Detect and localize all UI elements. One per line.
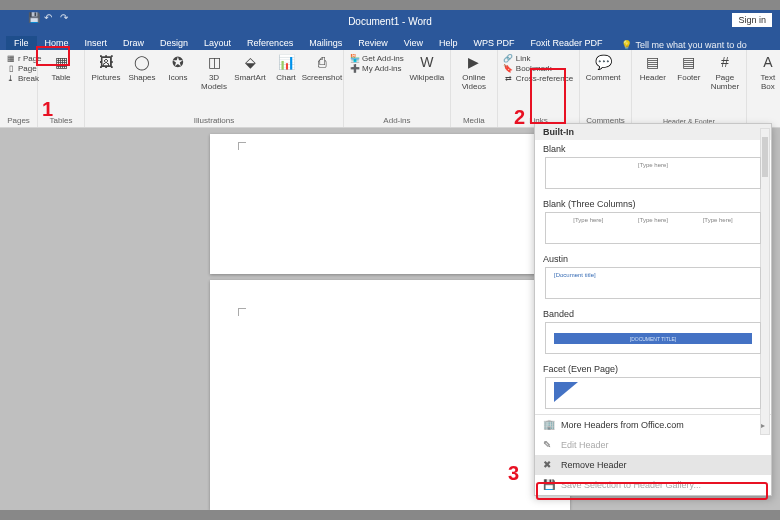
- tab-draw[interactable]: Draw: [115, 36, 152, 50]
- tab-review[interactable]: Review: [350, 36, 396, 50]
- tab-layout[interactable]: Layout: [196, 36, 239, 50]
- title-bar: 💾 ↶ ↷ Document1 - Word Sign in: [0, 10, 780, 32]
- smartart-button[interactable]: ⬙SmartArt: [235, 54, 265, 83]
- dropdown-section-header: Built-In: [535, 124, 771, 140]
- ribbon-tabs: File Home Insert Draw Design Layout Refe…: [0, 32, 780, 50]
- smartart-icon: ⬙: [241, 54, 259, 72]
- document-title: Document1 - Word: [348, 16, 432, 27]
- shapes-icon: ◯: [133, 54, 151, 72]
- my-addins-button[interactable]: ➕My Add-ins: [350, 64, 404, 73]
- icons-icon: ✪: [169, 54, 187, 72]
- annotation-number-1: 1: [42, 98, 53, 121]
- quick-access-toolbar: 💾 ↶ ↷: [28, 12, 70, 22]
- comment-icon: 💬: [594, 54, 612, 72]
- dropdown-scrollbar[interactable]: [760, 140, 770, 414]
- save-icon[interactable]: 💾: [28, 12, 38, 22]
- edit-header-button[interactable]: ✎Edit Header: [535, 435, 771, 455]
- sign-in-button[interactable]: Sign in: [732, 13, 772, 27]
- cover-page-button[interactable]: ▦r Page: [6, 54, 42, 63]
- edit-icon: ✎: [543, 439, 555, 451]
- header-option-austin[interactable]: Austin [Document title]: [535, 250, 771, 305]
- online-videos-button[interactable]: ▶Online Videos: [457, 54, 491, 92]
- chart-icon: 📊: [277, 54, 295, 72]
- cube-icon: ◫: [205, 54, 223, 72]
- chevron-right-icon: ▸: [761, 421, 765, 430]
- tab-file[interactable]: File: [6, 36, 37, 50]
- tab-design[interactable]: Design: [152, 36, 196, 50]
- pages-group-items: ▦r Page ▯Page ⤓Break: [6, 54, 42, 83]
- chart-button[interactable]: 📊Chart: [271, 54, 301, 83]
- annotation-number-3: 3: [508, 462, 519, 485]
- redo-icon[interactable]: ↷: [60, 12, 70, 22]
- remove-header-button[interactable]: ✖Remove Header: [535, 455, 771, 475]
- tab-home[interactable]: Home: [37, 36, 77, 50]
- shapes-button[interactable]: ◯Shapes: [127, 54, 157, 83]
- page-number-icon: #: [716, 54, 734, 72]
- video-icon: ▶: [465, 54, 483, 72]
- cross-reference-button[interactable]: ⇄Cross-reference: [504, 74, 573, 83]
- tab-wps-pdf[interactable]: WPS PDF: [466, 36, 523, 50]
- header-icon: ▤: [644, 54, 662, 72]
- comment-button[interactable]: 💬Comment: [586, 54, 620, 83]
- text-box-button[interactable]: AText Box: [753, 54, 780, 92]
- tab-insert[interactable]: Insert: [77, 36, 116, 50]
- header-gallery-dropdown: Built-In Blank [Type here] Blank (Three …: [534, 123, 772, 496]
- screenshot-button[interactable]: ⎙Screenshot: [307, 54, 337, 83]
- ribbon: ▦r Page ▯Page ⤓Break Pages ▦Table Tables…: [0, 50, 780, 128]
- header-option-facet-even[interactable]: Facet (Even Page): [535, 360, 771, 414]
- office-icon: 🏢: [543, 419, 555, 431]
- link-button[interactable]: 🔗Link: [504, 54, 573, 63]
- table-icon: ▦: [52, 54, 70, 72]
- footer-button[interactable]: ▤Footer: [674, 54, 704, 83]
- get-addins-button[interactable]: 🏪Get Add-ins: [350, 54, 404, 63]
- header-option-blank[interactable]: Blank [Type here]: [535, 140, 771, 195]
- tab-mailings[interactable]: Mailings: [301, 36, 350, 50]
- save-gallery-icon: 💾: [543, 479, 555, 491]
- footer-icon: ▤: [680, 54, 698, 72]
- page-break-button[interactable]: ⤓Break: [6, 74, 42, 83]
- screenshot-icon: ⎙: [313, 54, 331, 72]
- tell-me[interactable]: 💡Tell me what you want to do: [621, 40, 747, 50]
- undo-icon[interactable]: ↶: [44, 12, 54, 22]
- save-selection-button[interactable]: 💾Save Selection to Header Gallery...: [535, 475, 771, 495]
- blank-page-button[interactable]: ▯Page: [6, 64, 42, 73]
- pictures-button[interactable]: 🖼Pictures: [91, 54, 121, 83]
- wikipedia-icon: W: [418, 54, 436, 72]
- remove-icon: ✖: [543, 459, 555, 471]
- icons-button[interactable]: ✪Icons: [163, 54, 193, 83]
- tab-references[interactable]: References: [239, 36, 301, 50]
- page-1[interactable]: [210, 134, 570, 274]
- table-button[interactable]: ▦Table: [44, 54, 78, 83]
- header-button[interactable]: ▤Header: [638, 54, 668, 83]
- page-number-button[interactable]: #Page Number: [710, 54, 740, 92]
- header-option-blank-three-columns[interactable]: Blank (Three Columns) [Type here][Type h…: [535, 195, 771, 250]
- header-option-banded[interactable]: Banded [DOCUMENT TITLE]: [535, 305, 771, 360]
- tab-foxit-pdf[interactable]: Foxit Reader PDF: [523, 36, 611, 50]
- bulb-icon: 💡: [621, 40, 632, 50]
- textbox-icon: A: [759, 54, 777, 72]
- wikipedia-button[interactable]: WWikipedia: [410, 54, 444, 83]
- more-headers-button[interactable]: 🏢More Headers from Office.com▸: [535, 415, 771, 435]
- bookmark-button[interactable]: 🔖Bookmark: [504, 64, 573, 73]
- tab-help[interactable]: Help: [431, 36, 466, 50]
- annotation-number-2: 2: [514, 106, 525, 129]
- 3d-models-button[interactable]: ◫3D Models: [199, 54, 229, 92]
- tab-view[interactable]: View: [396, 36, 431, 50]
- pictures-icon: 🖼: [97, 54, 115, 72]
